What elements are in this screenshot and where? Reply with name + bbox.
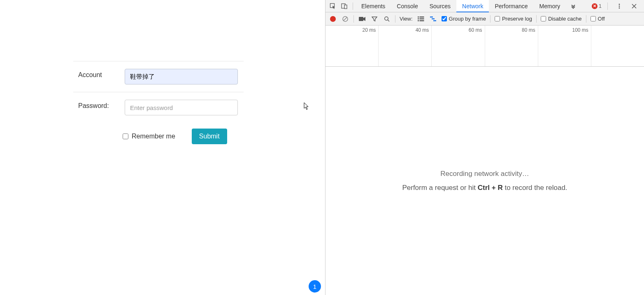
tab-performance[interactable]: Performance bbox=[489, 0, 533, 12]
empty-line2: Perform a request or hit Ctrl + R to rec… bbox=[402, 184, 567, 192]
kebab-menu-icon[interactable] bbox=[614, 0, 625, 12]
svg-rect-18 bbox=[432, 18, 435, 19]
group-by-frame-checkbox[interactable]: Group by frame bbox=[442, 16, 486, 22]
offline-checkbox[interactable]: Off bbox=[591, 16, 605, 22]
disable-cache-label: Disable cache bbox=[548, 16, 582, 22]
preserve-log-label: Preserve log bbox=[502, 16, 532, 22]
tab-separator bbox=[353, 2, 353, 10]
tab-sources[interactable]: Sources bbox=[424, 0, 456, 12]
clear-button[interactable] bbox=[341, 15, 349, 23]
group-by-frame-input[interactable] bbox=[442, 16, 447, 21]
svg-rect-8 bbox=[359, 17, 363, 21]
floating-badge[interactable]: 1 bbox=[309, 280, 321, 293]
tab-elements[interactable]: Elements bbox=[356, 0, 391, 12]
error-indicator[interactable]: ✕ 1 bbox=[592, 3, 602, 9]
svg-point-4 bbox=[619, 5, 620, 7]
close-icon[interactable] bbox=[628, 0, 640, 12]
form-actions: Remember me Submit bbox=[73, 123, 244, 144]
view-label: View: bbox=[400, 16, 413, 22]
timeline-tick: 80 ms bbox=[522, 27, 535, 33]
offline-label: Off bbox=[598, 16, 605, 22]
view-waterfall-icon[interactable] bbox=[429, 15, 437, 23]
remember-label: Remember me bbox=[132, 133, 175, 140]
inspect-icon[interactable] bbox=[327, 0, 339, 12]
account-row: Account bbox=[73, 61, 244, 92]
view-list-icon[interactable] bbox=[417, 15, 425, 23]
empty-line1: Recording network activity… bbox=[440, 170, 529, 178]
toolbar-separator bbox=[490, 15, 491, 23]
search-icon[interactable] bbox=[383, 15, 391, 23]
offline-input[interactable] bbox=[591, 16, 596, 21]
keyboard-shortcut: Ctrl + R bbox=[478, 184, 503, 192]
network-toolbar: View: Group by frame Preserve log Disabl… bbox=[325, 12, 644, 26]
error-count: 1 bbox=[599, 3, 602, 9]
page-viewport: Account Password: Remember me Submit 1 bbox=[0, 0, 325, 295]
account-input[interactable] bbox=[125, 69, 238, 84]
network-empty-state: Recording network activity… Perform a re… bbox=[325, 67, 644, 295]
preserve-log-checkbox[interactable]: Preserve log bbox=[495, 16, 532, 22]
remember-checkbox[interactable] bbox=[123, 133, 128, 139]
timeline-slot: 20 ms bbox=[325, 26, 379, 66]
mouse-cursor-icon bbox=[304, 102, 309, 110]
password-row: Password: bbox=[73, 92, 244, 123]
login-form: Account Password: Remember me Submit bbox=[73, 61, 244, 144]
timeline-slot: 40 ms bbox=[379, 26, 432, 66]
remember-me[interactable]: Remember me bbox=[123, 133, 175, 140]
record-icon bbox=[330, 16, 336, 22]
timeline-tick: 60 ms bbox=[469, 27, 482, 33]
tab-memory[interactable]: Memory bbox=[534, 0, 566, 12]
svg-rect-15 bbox=[418, 20, 419, 21]
timeline-slot bbox=[591, 26, 644, 66]
svg-rect-19 bbox=[433, 20, 436, 21]
badge-count: 1 bbox=[313, 283, 316, 290]
record-button[interactable] bbox=[329, 15, 337, 23]
disable-cache-input[interactable] bbox=[541, 16, 546, 21]
preserve-log-input[interactable] bbox=[495, 16, 500, 21]
svg-rect-17 bbox=[430, 16, 433, 18]
svg-rect-12 bbox=[419, 16, 424, 18]
svg-line-7 bbox=[344, 17, 347, 21]
tab-network[interactable]: Network bbox=[456, 0, 489, 12]
error-circle-icon: ✕ bbox=[592, 3, 598, 9]
svg-rect-11 bbox=[418, 16, 419, 18]
toolbar-separator bbox=[586, 15, 586, 23]
camera-icon[interactable] bbox=[358, 15, 366, 23]
svg-rect-16 bbox=[419, 20, 424, 21]
tab-separator bbox=[607, 2, 608, 10]
account-label: Account bbox=[73, 69, 125, 79]
svg-rect-13 bbox=[418, 18, 419, 19]
group-by-frame-label: Group by frame bbox=[449, 16, 486, 22]
password-label: Password: bbox=[73, 100, 125, 110]
empty-line2a: Perform a request or hit bbox=[402, 184, 477, 192]
filter-icon[interactable] bbox=[370, 15, 379, 23]
svg-point-5 bbox=[619, 7, 620, 9]
timeline-tick: 40 ms bbox=[416, 27, 429, 33]
timeline-slot: 60 ms bbox=[432, 26, 485, 66]
timeline-slot: 100 ms bbox=[538, 26, 591, 66]
password-input[interactable] bbox=[125, 100, 238, 115]
devtools-tab-bar: Elements Console Sources Network Perform… bbox=[325, 0, 644, 12]
toolbar-separator bbox=[353, 15, 354, 23]
tab-bar-right: ✕ 1 bbox=[592, 0, 642, 12]
timeline-tick: 100 ms bbox=[572, 27, 588, 33]
timeline-tick: 20 ms bbox=[362, 27, 376, 33]
device-toggle-icon[interactable] bbox=[339, 0, 350, 12]
more-tabs-icon[interactable] bbox=[567, 0, 579, 12]
tab-console[interactable]: Console bbox=[391, 0, 423, 12]
submit-button[interactable]: Submit bbox=[192, 129, 227, 144]
network-timeline[interactable]: 20 ms 40 ms 60 ms 80 ms 100 ms bbox=[325, 26, 644, 67]
timeline-slot: 80 ms bbox=[485, 26, 538, 66]
svg-point-3 bbox=[619, 4, 620, 5]
empty-line2b: to record the reload. bbox=[503, 184, 567, 192]
svg-line-10 bbox=[388, 20, 389, 21]
devtools-panel: Elements Console Sources Network Perform… bbox=[325, 0, 644, 295]
toolbar-separator bbox=[536, 15, 537, 23]
svg-rect-2 bbox=[344, 5, 347, 9]
disable-cache-checkbox[interactable]: Disable cache bbox=[541, 16, 582, 22]
svg-rect-14 bbox=[419, 18, 424, 19]
toolbar-separator bbox=[395, 15, 395, 23]
svg-point-9 bbox=[385, 16, 388, 20]
